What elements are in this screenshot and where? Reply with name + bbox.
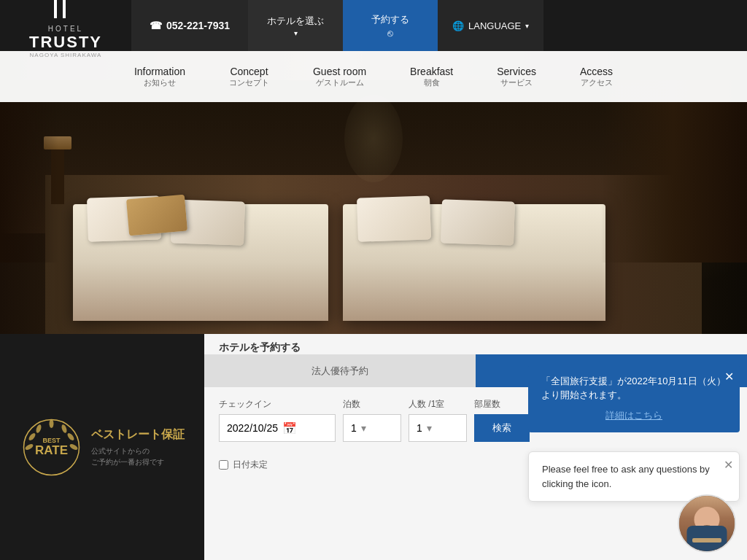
nights-value: 1 [351, 422, 357, 434]
chevron-down-icon: ▾ [525, 22, 529, 30]
nav-services-en: Services [497, 66, 536, 77]
tab-corporate[interactable]: 法人優待予約 [204, 354, 476, 387]
svg-point-6 [35, 424, 42, 433]
nav-information-en: Information [134, 66, 185, 77]
language-button[interactable]: 🌐 LANGUAGE ▾ [438, 0, 543, 51]
nav-item-access[interactable]: Access アクセス [558, 51, 635, 102]
phone-button[interactable]: ☎ 052-221-7931 [131, 0, 248, 51]
svg-point-4 [24, 443, 34, 451]
header-navigation: ☎ 052-221-7931 ホテルを選ぶ ▾ 予約する ⎋ 🌐 LANGUAG… [131, 0, 747, 51]
logo-icon [29, 0, 102, 25]
nav-breakfast-ja: 朝食 [424, 77, 440, 88]
nav-services-ja: サービス [500, 77, 533, 88]
checkin-input[interactable]: 2022/10/25 📅 [219, 414, 336, 442]
checkin-value: 2022/10/25 [227, 422, 278, 434]
avatar-scarf [692, 538, 721, 542]
chat-close-button[interactable]: ✕ [724, 456, 733, 474]
date-flexible-label: 日付未定 [233, 459, 268, 471]
nav-breakfast-en: Breakfast [410, 66, 453, 77]
checkin-label: チェックイン [219, 398, 336, 411]
select-hotel-button[interactable]: ホテルを選ぶ ▾ [248, 0, 343, 51]
main-navigation: Information お知らせ Concept コンセプト Guest roo… [0, 51, 747, 102]
svg-point-5 [27, 432, 36, 441]
nights-label: 泊数 [343, 398, 401, 411]
logo-trusty-label: TRUSTY [29, 33, 102, 52]
chat-avatar[interactable] [678, 494, 736, 553]
nav-item-concept[interactable]: Concept コンセプト [207, 51, 291, 102]
phone-icon: ☎ [150, 20, 162, 31]
select-hotel-label: ホテルを選ぶ [267, 15, 324, 28]
search-button[interactable]: 検索 [474, 414, 530, 442]
svg-rect-1 [54, 0, 57, 18]
svg-point-9 [61, 424, 68, 433]
svg-point-10 [49, 419, 53, 428]
booking-title: ホテルを予約する [219, 341, 301, 354]
rooms-group: 部屋数 検索 [474, 398, 530, 442]
logo-hotel-label: HOTEL [29, 25, 102, 33]
svg-point-7 [69, 443, 78, 451]
guests-select[interactable]: 1 ▾ [409, 414, 467, 442]
nights-group: 泊数 1 ▾ [343, 398, 401, 442]
nav-concept-ja: コンセプト [229, 77, 269, 88]
checkin-group: チェックイン 2022/10/25 📅 [219, 398, 336, 442]
chat-text: Please feel free to ask any questions by… [542, 462, 726, 491]
logo-sub-label: NAGOYA SHIRAKAWA [29, 52, 102, 58]
svg-rect-0 [63, 0, 66, 18]
nights-select[interactable]: 1 ▾ [343, 414, 401, 442]
tooltip-text: 「全国旅行支援」が2022年10月11日（火）より開始されます。 [541, 374, 727, 402]
travel-support-popup: ✕ 「全国旅行支援」が2022年10月11日（火）より開始されます。 詳細はこち… [528, 364, 740, 433]
nav-item-services[interactable]: Services サービス [475, 51, 558, 102]
nav-guestroom-ja: ゲストルーム [316, 77, 364, 88]
language-label: LANGUAGE [468, 20, 521, 31]
reserve-button[interactable]: 予約する ⎋ [343, 0, 438, 51]
guests-value: 1 [417, 422, 422, 434]
reserve-icon: ⎋ [387, 28, 393, 39]
date-flexible-checkbox[interactable] [219, 460, 228, 470]
header: HOTEL TRUSTY NAGOYA SHIRAKAWA ☎ 052-221-… [0, 0, 747, 51]
nav-access-ja: アクセス [581, 77, 613, 88]
chevron-down-icon: ▾ [361, 422, 366, 434]
nav-guestroom-en: Guest room [313, 66, 366, 77]
reserve-label: 予約する [371, 13, 409, 26]
svg-point-8 [66, 432, 74, 441]
best-rate-panel: BEST RATE ベストレート保証 公式サイトからのご予約が一番お得です [0, 334, 204, 560]
nav-item-information[interactable]: Information お知らせ [112, 51, 207, 102]
tooltip-close-button[interactable]: ✕ [724, 368, 734, 386]
nav-information-ja: お知らせ [144, 77, 176, 88]
nav-item-breakfast[interactable]: Breakfast 朝食 [388, 51, 475, 102]
best-rate-label: ベストレート保証 [91, 427, 185, 443]
avatar-image [679, 496, 735, 551]
phone-number: 052-221-7931 [166, 20, 230, 31]
calendar-icon: 📅 [282, 421, 297, 435]
globe-icon: 🌐 [452, 20, 464, 31]
rooms-label: 部屋数 [474, 398, 530, 411]
guests-group: 人数 /1室 1 ▾ [409, 398, 467, 442]
chevron-down-icon: ▾ [427, 422, 432, 434]
guests-label: 人数 /1室 [409, 398, 467, 411]
nav-access-en: Access [580, 66, 613, 77]
best-rate-badge: BEST RATE [20, 416, 82, 478]
best-rate-sublabel: 公式サイトからのご予約が一番お得です [91, 446, 185, 467]
logo[interactable]: HOTEL TRUSTY NAGOYA SHIRAKAWA [0, 0, 131, 51]
nav-item-guestroom[interactable]: Guest room ゲストルーム [291, 51, 388, 102]
tooltip-link[interactable]: 詳細はこちら [541, 408, 727, 423]
chevron-down-icon: ▾ [294, 29, 298, 37]
svg-text:RATE: RATE [34, 443, 67, 457]
nav-concept-en: Concept [230, 66, 268, 77]
